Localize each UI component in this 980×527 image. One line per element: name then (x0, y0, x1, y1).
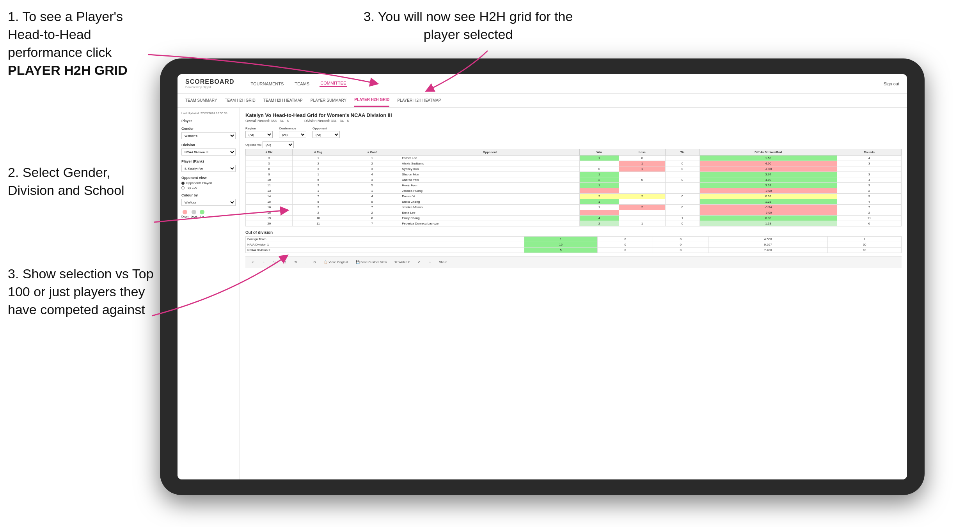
toolbar-share[interactable]: Share (437, 260, 449, 265)
toolbar-export[interactable]: ↗ (415, 260, 423, 265)
td-tie (665, 188, 699, 194)
td-diff: -3.00 (699, 188, 837, 194)
td-reg: 2 (293, 210, 344, 216)
td-win: 1 (579, 205, 619, 210)
toolbar-redo[interactable]: ↪ (271, 260, 278, 265)
division-select[interactable]: NCAA Division III (181, 149, 236, 156)
td-rounds: 3 (837, 161, 901, 166)
nav-item-committee[interactable]: COMMITTEE (320, 81, 347, 87)
td-tie (665, 172, 699, 177)
td-opponent: Euna Lee (400, 210, 579, 216)
td-reg: 10 (293, 216, 344, 221)
sidebar-player-rank-label: Player (Rank) (181, 159, 236, 163)
table-row: 5 2 2 Alexis Sudjianto 1 0 4.00 3 (246, 161, 902, 166)
nav-item-tournaments[interactable]: TOURNAMENTS (250, 81, 285, 86)
td-div: 5 (246, 161, 293, 166)
opponents-filter-select[interactable]: (All) (263, 141, 294, 148)
toolbar-watch[interactable]: 👁 Watch ▾ (392, 260, 412, 265)
region-select[interactable]: (All) (245, 131, 273, 138)
td-conf: 1 (344, 156, 400, 161)
filter-region-label: Region (245, 127, 273, 130)
colour-by-select[interactable]: Win/loss (181, 199, 236, 206)
sub-nav-player-summary[interactable]: PLAYER SUMMARY (311, 94, 346, 107)
sub-nav-team-heatmap[interactable]: TEAM H2H HEATMAP (263, 94, 303, 107)
filter-region-group: Region (All) (245, 127, 273, 138)
td-opponent: Heejo Hyun (400, 183, 579, 188)
td-rounds: 4 (837, 177, 901, 183)
sub-nav-player-h2h[interactable]: PLAYER H2H GRID (354, 94, 389, 107)
td-out-label: NCAA Division 2 (246, 248, 524, 253)
td-rounds: 7 (837, 205, 901, 210)
td-rounds (837, 166, 901, 172)
td-loss: 0 (619, 177, 665, 183)
nav-bar: SCOREBOARD Powered by clippd TOURNAMENTS… (178, 74, 907, 94)
radio-dot-top100 (181, 186, 185, 189)
td-diff: 0.38 (699, 194, 837, 199)
td-out-diff: 7.400 (708, 248, 828, 253)
instruction-top-left: 1. To see a Player's Head-to-Head perfor… (8, 8, 156, 80)
out-of-division-title: Out of division (245, 230, 902, 235)
td-conf: 7 (344, 221, 400, 226)
legend-down-label: Down (181, 215, 188, 218)
sidebar-opponent-view: Opponent view Opponents Played Top 100 (181, 176, 236, 189)
radio-top100[interactable]: Top 100 (181, 186, 236, 189)
nav-item-teams[interactable]: TEAMS (294, 81, 310, 86)
sub-nav-team-h2h[interactable]: TEAM H2H GRID (225, 94, 256, 107)
opponent-select[interactable]: (All) (312, 131, 340, 138)
td-diff: 1.50 (699, 156, 837, 161)
td-tie: 0 (665, 194, 699, 199)
td-diff: 4.00 (699, 161, 837, 166)
toolbar-circle[interactable]: ⊙ (311, 260, 318, 265)
logo-sub: Powered by clippd (185, 85, 234, 89)
td-loss (619, 199, 665, 205)
toolbar-view-original[interactable]: 📋 View: Original (321, 260, 350, 265)
filter-row: Region (All) Conference (All) Opponent (… (245, 127, 902, 138)
th-reg: # Reg (293, 149, 344, 156)
td-opponent: Eunice Yi (400, 194, 579, 199)
table-row: 15 8 5 Stella Cheng 1 1.25 4 (246, 199, 902, 205)
toolbar-back[interactable]: ← (260, 260, 268, 265)
main-table-body: 3 1 1 Esther Lee 1 0 1.50 4 5 2 2 Alexis… (246, 156, 902, 226)
table-row: 13 1 1 Jessica Huang -3.00 2 (246, 188, 902, 194)
toolbar-dot[interactable]: · (302, 260, 308, 265)
td-reg: 2 (293, 161, 344, 166)
player-rank-select[interactable]: 8. Katelyn Vo (181, 165, 236, 172)
toolbar-save-custom[interactable]: 💾 Save Custom View (353, 260, 389, 265)
table-row: 6 3 3 Sydney Kuo 0 1 0 -1.00 (246, 166, 902, 172)
legend-up-label: Up (200, 215, 204, 218)
sidebar: Last Updated: 27/03/2024 16:55:38 Player… (178, 108, 240, 479)
td-loss: 2 (619, 194, 665, 199)
instruction-text-1: 1. To see a Player's Head-to-Head perfor… (8, 9, 123, 60)
nav-sign-out[interactable]: Sign out (884, 81, 899, 86)
conference-select[interactable]: (All) (279, 131, 306, 138)
th-loss: Loss (619, 149, 665, 156)
td-conf: 6 (344, 216, 400, 221)
gender-select[interactable]: Women's (181, 132, 236, 139)
td-div: 3 (246, 156, 293, 161)
sub-nav-player-heatmap[interactable]: PLAYER H2H HEATMAP (397, 94, 441, 107)
td-win: 2 (579, 221, 619, 226)
bottom-toolbar: ↩ ← ↪ ⊞ ⟲ · ⊙ 📋 View: Original 💾 Save Cu… (245, 256, 902, 268)
out-of-division-table: Foreign Team 1 0 0 4.500 2 NAIA Division… (245, 236, 902, 253)
toolbar-grid[interactable]: ⊞ (281, 260, 289, 265)
toolbar-fit[interactable]: ↔ (426, 260, 433, 265)
table-row: 16 3 7 Jessica Mason 1 2 0 -0.94 7 (246, 205, 902, 210)
td-opponent: Stella Cheng (400, 199, 579, 205)
out-table-body: Foreign Team 1 0 0 4.500 2 NAIA Division… (246, 237, 902, 253)
td-win: 0 (579, 166, 619, 172)
toolbar-undo[interactable]: ↩ (249, 260, 257, 265)
td-rounds: 11 (837, 216, 901, 221)
table-row: Foreign Team 1 0 0 4.500 2 (246, 237, 902, 242)
td-loss (619, 210, 665, 216)
td-reg: 7 (293, 194, 344, 199)
sub-nav-team-summary[interactable]: TEAM SUMMARY (185, 94, 217, 107)
th-diff: Diff Av Strokes/Rnd (699, 149, 837, 156)
td-diff: -0.94 (699, 205, 837, 210)
sidebar-gender-label: Gender (181, 127, 236, 131)
td-win (579, 188, 619, 194)
main-data-table: # Div # Reg # Conf Opponent Win Loss Tie… (245, 149, 902, 226)
radio-opponents-played[interactable]: Opponents Played (181, 181, 236, 185)
toolbar-refresh[interactable]: ⟲ (292, 260, 299, 265)
tablet-screen: SCOREBOARD Powered by clippd TOURNAMENTS… (178, 74, 907, 479)
radio-dot-opponents (181, 182, 185, 185)
